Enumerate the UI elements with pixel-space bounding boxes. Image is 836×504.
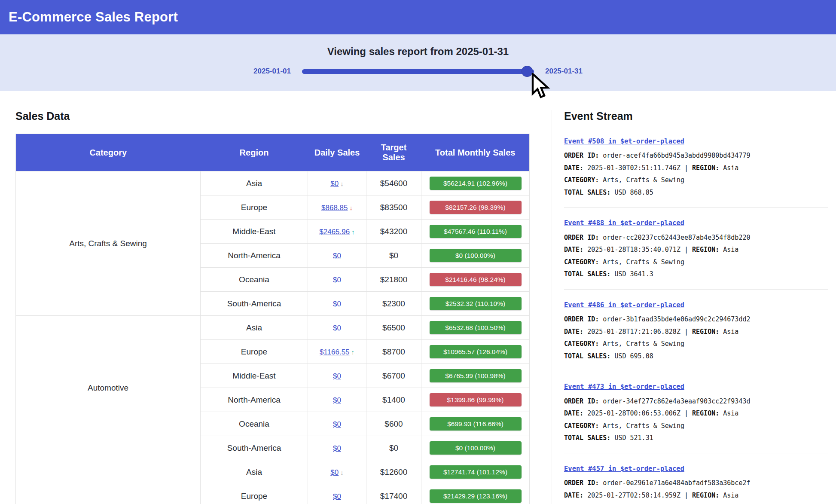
event-item: Event #486 in $et-order-placedORDER ID: … (564, 299, 828, 362)
region-cell: Asia (201, 171, 308, 195)
event-detail-line: ORDER ID: order-34ef277c862e4a3eaaf903cc… (564, 395, 828, 408)
daily-sales-link[interactable]: $0 (333, 444, 341, 452)
app-header: E-Commerce Sales Report (0, 0, 836, 34)
event-stream-panel: Event Stream Event #508 in $et-order-pla… (552, 110, 836, 504)
daily-sales-cell: $0 (308, 316, 366, 340)
event-detail-line: TOTAL SALES: USD 868.85 (564, 186, 828, 199)
region-cell: Middle-East (201, 364, 308, 388)
daily-sales-link[interactable]: $0 (333, 372, 341, 380)
event-link[interactable]: Event #457 in $et-order-placed (564, 463, 684, 475)
event-divider (564, 289, 828, 290)
target-sales-cell: $21800 (366, 268, 421, 292)
event-item: Event #457 in $et-order-placedORDER ID: … (564, 463, 828, 504)
region-cell: Europe (201, 195, 308, 220)
daily-sales-cell: $0 (308, 388, 366, 412)
slider-min-label: 2025-01-01 (253, 67, 291, 76)
date-slider-track[interactable] (302, 69, 534, 74)
event-link[interactable]: Event #473 in $et-order-placed (564, 381, 684, 393)
target-sales-cell: $43200 (366, 220, 421, 244)
event-detail-line: CATEGORY: Arts, Crafts & Sewing (564, 338, 828, 350)
event-detail-line: CATEGORY: Arts, Crafts & Sewing (564, 501, 828, 504)
sales-table-header-row: CategoryRegionDaily SalesTarget SalesTot… (16, 134, 530, 171)
target-sales-cell: $54600 (366, 171, 421, 195)
daily-sales-cell: $0 (308, 244, 366, 268)
total-monthly-sales-cell: $0 (100.00%) (421, 436, 530, 460)
daily-sales-cell: $0↓ (308, 460, 366, 484)
event-divider (564, 453, 828, 453)
daily-sales-cell: $1166.55↑ (308, 340, 366, 364)
trend-down-arrow-icon: ↓ (340, 180, 344, 187)
event-detail-line: CATEGORY: Arts, Crafts & Sewing (564, 420, 828, 432)
monthly-sales-badge: $21429.29 (123.16%) (430, 489, 522, 503)
category-cell: Arts, Crafts & Sewing (16, 171, 201, 316)
monthly-sales-badge: $21416.46 (98.24%) (430, 273, 522, 286)
daily-sales-link[interactable]: $0 (333, 252, 341, 260)
event-detail-line: CATEGORY: Arts, Crafts & Sewing (564, 256, 828, 269)
monthly-sales-badge: $12741.74 (101.12%) (430, 465, 522, 479)
daily-sales-link[interactable]: $0 (333, 300, 341, 308)
table-row: Arts, Crafts & SewingAsia$0↓$54600$56214… (16, 171, 530, 195)
region-cell: Europe (201, 484, 308, 504)
event-detail-line: ORDER ID: order-acef4fa66bd945a3abdd9980… (564, 150, 828, 162)
total-monthly-sales-cell: $82157.26 (98.39%) (421, 195, 530, 220)
daily-sales-link[interactable]: $0 (333, 324, 341, 332)
daily-sales-link[interactable]: $0 (333, 492, 341, 501)
region-cell: North-America (201, 244, 308, 268)
sales-table: CategoryRegionDaily SalesTarget SalesTot… (15, 134, 530, 504)
total-monthly-sales-cell: $6532.68 (100.50%) (421, 316, 530, 340)
event-detail-line: DATE: 2025-01-30T02:51:11.746Z | REGION:… (564, 162, 828, 174)
daily-sales-link[interactable]: $868.85 (321, 204, 348, 212)
event-divider (564, 371, 828, 371)
sales-data-heading: Sales Data (15, 110, 542, 122)
column-header-region: Region (201, 134, 308, 171)
target-sales-cell: $600 (366, 412, 421, 436)
event-detail-line: DATE: 2025-01-28T00:06:53.006Z | REGION:… (564, 407, 828, 420)
monthly-sales-badge: $699.93 (116.66%) (430, 417, 522, 431)
monthly-sales-badge: $2532.32 (110.10%) (430, 297, 522, 310)
event-detail-line: DATE: 2025-01-27T02:58:14.959Z | REGION:… (564, 489, 828, 502)
daily-sales-link[interactable]: $0 (333, 420, 341, 428)
daily-sales-cell: $0 (308, 484, 366, 504)
daily-sales-cell: $0 (308, 268, 366, 292)
trend-up-arrow-icon: ↑ (351, 348, 355, 356)
event-link[interactable]: Event #486 in $et-order-placed (564, 299, 684, 312)
target-sales-cell: $6500 (366, 316, 421, 340)
total-monthly-sales-cell: $21416.46 (98.24%) (421, 268, 530, 292)
target-sales-cell: $17400 (366, 484, 421, 504)
event-detail-line: CATEGORY: Arts, Crafts & Sewing (564, 174, 828, 186)
trend-down-arrow-icon: ↓ (349, 204, 353, 211)
target-sales-cell: $8700 (366, 340, 421, 364)
daily-sales-cell: $0 (308, 436, 366, 460)
daily-sales-link[interactable]: $0 (333, 396, 341, 404)
date-slider-thumb[interactable] (522, 66, 532, 76)
event-detail-line: ORDER ID: order-3b1faad35bde4e06ad99c2c2… (564, 313, 828, 326)
event-detail-line: ORDER ID: order-0e2961e71a6e484abfadf583… (564, 477, 828, 489)
event-item: Event #508 in $et-order-placedORDER ID: … (564, 135, 828, 199)
daily-sales-link[interactable]: $2465.96 (319, 228, 350, 236)
region-cell: North-America (201, 388, 308, 412)
date-slider-section: Viewing sales report from 2025-01-31 202… (0, 34, 836, 91)
event-detail-line: DATE: 2025-01-28T17:21:06.828Z | REGION:… (564, 326, 828, 338)
region-cell: Middle-East (201, 220, 308, 244)
daily-sales-link[interactable]: $0 (330, 468, 339, 477)
target-sales-cell: $83500 (366, 195, 421, 220)
monthly-sales-badge: $1399.86 (99.99%) (430, 393, 522, 406)
daily-sales-cell: $0↓ (308, 171, 366, 195)
region-cell: South-America (201, 436, 308, 460)
monthly-sales-badge: $6532.68 (100.50%) (430, 321, 522, 334)
event-link[interactable]: Event #488 in $et-order-placed (564, 217, 684, 229)
monthly-sales-badge: $47567.46 (110.11%) (430, 225, 522, 238)
daily-sales-link[interactable]: $0 (333, 276, 341, 284)
total-monthly-sales-cell: $21429.29 (123.16%) (421, 484, 530, 504)
target-sales-cell: $0 (366, 244, 421, 268)
daily-sales-link[interactable]: $0 (330, 180, 339, 188)
event-link[interactable]: Event #508 in $et-order-placed (564, 135, 684, 148)
target-sales-cell: $2300 (366, 292, 421, 316)
column-header-category: Category (16, 134, 201, 171)
event-stream-heading: Event Stream (564, 110, 828, 122)
total-monthly-sales-cell: $56214.91 (102.96%) (421, 171, 530, 195)
total-monthly-sales-cell: $699.93 (116.66%) (421, 412, 530, 436)
daily-sales-link[interactable]: $1166.55 (320, 348, 350, 356)
target-sales-cell: $0 (366, 436, 421, 460)
trend-up-arrow-icon: ↑ (351, 228, 355, 235)
